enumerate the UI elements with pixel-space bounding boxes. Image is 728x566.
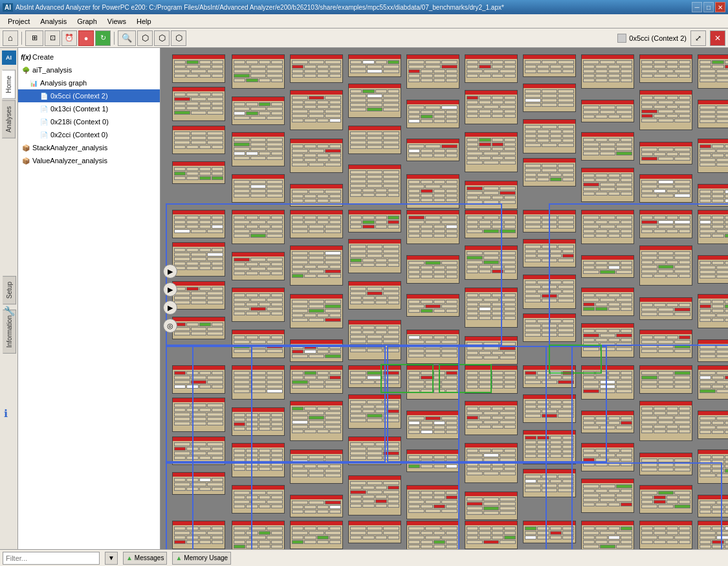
cfg-node[interactable] xyxy=(639,453,692,475)
cfg-node[interactable] xyxy=(581,210,634,244)
cfg-node[interactable] xyxy=(290,401,343,441)
cfg-node[interactable] xyxy=(639,365,692,394)
cfg-node[interactable] xyxy=(698,521,728,549)
cfg-node[interactable] xyxy=(348,210,401,232)
cfg-node[interactable] xyxy=(523,469,576,497)
toolbar-btn-5[interactable]: ↻ xyxy=(95,30,111,46)
cfg-node[interactable] xyxy=(523,521,576,543)
cfg-node[interactable] xyxy=(581,411,634,433)
cfg-node[interactable] xyxy=(465,443,518,483)
messages-button[interactable]: ▲ Messages xyxy=(123,552,167,565)
cfg-node[interactable] xyxy=(523,158,576,187)
filter-input[interactable] xyxy=(3,552,100,565)
cfg-node[interactable] xyxy=(348,521,401,543)
graph-area[interactable]: ▶ ▶ ▶ ◎ xyxy=(160,48,728,549)
cfg-node[interactable] xyxy=(523,119,576,153)
cfg-node[interactable] xyxy=(581,323,634,357)
cfg-node[interactable] xyxy=(172,436,225,465)
sidebar-tab-information[interactable]: Information xyxy=(3,310,16,354)
filter-dropdown-button[interactable]: ▼ xyxy=(105,552,118,565)
cfg-node[interactable] xyxy=(465,90,518,124)
cfg-node[interactable] xyxy=(465,210,518,238)
cfg-node[interactable] xyxy=(465,365,518,394)
cfg-node[interactable] xyxy=(290,365,343,394)
graph-maximize-button[interactable]: ⤢ xyxy=(690,30,706,46)
cfg-node[interactable] xyxy=(406,294,459,317)
cfg-node[interactable] xyxy=(172,317,225,339)
cfg-node[interactable] xyxy=(406,100,459,128)
cfg-node[interactable] xyxy=(639,90,692,130)
cfg-node[interactable] xyxy=(172,365,225,394)
cfg-node[interactable] xyxy=(465,288,518,328)
cfg-node[interactable] xyxy=(639,521,692,549)
cfg-node[interactable] xyxy=(348,320,401,360)
toolbar-btn-6[interactable]: ⬡ xyxy=(137,30,153,46)
cfg-node[interactable] xyxy=(406,139,459,161)
toolbar-btn-8[interactable]: ⬡ xyxy=(171,30,186,46)
play-btn-1[interactable]: ▶ xyxy=(163,264,177,278)
cfg-node[interactable] xyxy=(698,411,728,439)
cfg-node[interactable] xyxy=(698,449,728,484)
play-btn-2[interactable]: ▶ xyxy=(163,282,177,297)
zoom-button[interactable]: 🔍 xyxy=(118,30,136,46)
sidebar-tab-home[interactable]: Home xyxy=(2,70,16,99)
cfg-node[interactable] xyxy=(639,330,692,358)
cfg-node[interactable] xyxy=(639,174,692,203)
toolbar-btn-4[interactable]: ● xyxy=(78,30,94,46)
menu-views[interactable]: Views xyxy=(102,16,131,27)
cfg-node[interactable] xyxy=(172,398,225,432)
cfg-node[interactable] xyxy=(406,255,459,284)
cfg-node[interactable] xyxy=(465,492,518,520)
tree-item-value[interactable]: 📦 ValueAnalyzer_analysis xyxy=(18,154,160,167)
cfg-node[interactable] xyxy=(290,521,343,549)
cfg-node[interactable] xyxy=(698,210,728,244)
cfg-node[interactable] xyxy=(639,297,692,320)
cfg-node[interactable] xyxy=(698,100,728,128)
cfg-node[interactable] xyxy=(172,521,225,549)
cfg-node[interactable] xyxy=(581,132,634,161)
cfg-node[interactable] xyxy=(406,330,459,364)
cfg-node[interactable] xyxy=(698,184,728,207)
cfg-node[interactable] xyxy=(232,521,285,549)
cfg-node[interactable] xyxy=(639,142,692,164)
cfg-node[interactable] xyxy=(348,394,401,429)
cfg-node[interactable] xyxy=(698,339,728,362)
cfg-node[interactable] xyxy=(698,255,728,284)
cfg-node[interactable] xyxy=(698,365,728,400)
cfg-node[interactable] xyxy=(639,210,692,238)
close-button[interactable]: ✕ xyxy=(715,2,725,12)
cfg-node[interactable] xyxy=(232,485,285,514)
cfg-node[interactable] xyxy=(406,521,459,549)
cfg-node[interactable] xyxy=(232,96,285,125)
cfg-node[interactable] xyxy=(581,443,634,471)
cfg-node[interactable] xyxy=(523,84,576,112)
cfg-node[interactable] xyxy=(639,401,692,441)
cfg-node[interactable] xyxy=(698,294,728,328)
cfg-node[interactable] xyxy=(698,139,728,173)
cfg-node[interactable] xyxy=(290,339,343,362)
cfg-node[interactable] xyxy=(232,365,285,400)
cfg-node[interactable] xyxy=(348,475,401,515)
cfg-node[interactable] xyxy=(523,394,576,423)
cfg-node[interactable] xyxy=(348,84,401,118)
cfg-node[interactable] xyxy=(698,495,728,517)
cfg-node[interactable] xyxy=(523,210,576,232)
menu-graph[interactable]: Graph xyxy=(72,16,102,27)
cfg-node[interactable] xyxy=(406,54,459,89)
menu-project[interactable]: Project xyxy=(3,16,35,27)
cfg-node[interactable] xyxy=(232,288,285,322)
cfg-node[interactable] xyxy=(465,54,518,83)
menu-analysis[interactable]: Analysis xyxy=(35,16,72,27)
cfg-node[interactable] xyxy=(465,132,518,172)
sidebar-tab-setup[interactable]: Setup xyxy=(3,276,16,304)
cfg-node[interactable] xyxy=(406,411,459,439)
cfg-node[interactable] xyxy=(172,472,225,495)
cfg-node[interactable] xyxy=(232,407,285,436)
cfg-node[interactable] xyxy=(290,139,343,173)
cfg-node[interactable] xyxy=(523,430,576,464)
cfg-node[interactable] xyxy=(523,313,576,342)
cfg-node[interactable] xyxy=(639,485,692,514)
cfg-node[interactable] xyxy=(581,479,634,513)
cfg-node[interactable] xyxy=(581,54,634,89)
toolbar-btn-7[interactable]: ⬡ xyxy=(154,30,170,46)
